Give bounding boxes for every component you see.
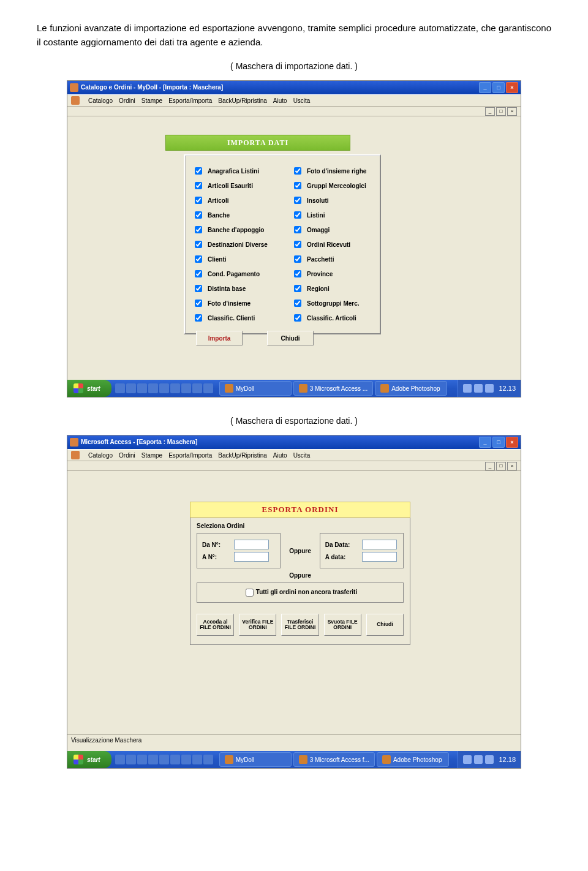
- chk-distinta[interactable]: [195, 285, 202, 292]
- task-mydoll[interactable]: MyDoll: [219, 381, 292, 396]
- ql-icon[interactable]: [115, 383, 125, 393]
- chk-insoluti[interactable]: [294, 197, 301, 204]
- chk-articoli[interactable]: [195, 197, 202, 204]
- chk-foto[interactable]: [195, 300, 202, 307]
- menu-ordini[interactable]: Ordini: [119, 452, 135, 459]
- menu-aiuto[interactable]: Aiuto: [273, 452, 287, 459]
- ql-icon[interactable]: [137, 755, 147, 764]
- menu-stampe[interactable]: Stampe: [141, 97, 162, 104]
- ql-icon[interactable]: [203, 383, 213, 393]
- chk-tutti[interactable]: [246, 589, 254, 597]
- chk-clienti[interactable]: [195, 255, 202, 263]
- mdi-restore[interactable]: □: [496, 107, 506, 116]
- da-data-input[interactable]: [362, 540, 397, 549]
- ql-icon[interactable]: [148, 383, 158, 393]
- maximize-button[interactable]: □: [492, 82, 505, 93]
- chk-destinazioni[interactable]: [195, 241, 202, 248]
- chk-pagamento[interactable]: [195, 270, 202, 277]
- mdi-close[interactable]: ×: [507, 462, 517, 470]
- menu-esporta-importa[interactable]: Esporta/Importa: [168, 452, 212, 459]
- ql-icon[interactable]: [126, 755, 136, 764]
- tray-icon[interactable]: [474, 755, 483, 764]
- chk-province[interactable]: [294, 270, 301, 277]
- mdi-minimize[interactable]: _: [485, 107, 495, 116]
- btn-verifica[interactable]: Verifica FILE ORDINI: [239, 614, 276, 636]
- ql-icon[interactable]: [181, 383, 191, 393]
- minimize-button[interactable]: _: [479, 82, 491, 93]
- maximize-button[interactable]: □: [492, 437, 505, 448]
- start-button[interactable]: start: [67, 380, 111, 397]
- task-access[interactable]: 3 Microsoft Access ...: [293, 381, 373, 396]
- menu-catalogo[interactable]: Catalogo: [88, 452, 113, 459]
- start-button[interactable]: start: [67, 751, 111, 768]
- chk-gruppi[interactable]: [294, 182, 301, 189]
- close-button[interactable]: ×: [506, 82, 518, 93]
- chk-esauriti[interactable]: [195, 182, 202, 189]
- chk-anagrafica[interactable]: [195, 167, 202, 175]
- menu-stampe[interactable]: Stampe: [141, 452, 162, 459]
- da-n-input[interactable]: [234, 540, 269, 549]
- window-title: Catalogo e Ordini - MyDoll - [Importa : …: [81, 84, 223, 91]
- oppure-label-2: Oppure: [197, 572, 404, 579]
- close-form-button[interactable]: Chiudi: [267, 331, 314, 345]
- chk-sottogruppi[interactable]: [294, 300, 301, 307]
- lbl-pacchetti: Pacchetti: [307, 256, 334, 263]
- tray-icon[interactable]: [463, 755, 472, 764]
- ql-icon[interactable]: [192, 383, 202, 393]
- menu-backup[interactable]: BackUp/Ripristina: [218, 452, 266, 459]
- close-button[interactable]: ×: [506, 437, 518, 448]
- task-photoshop[interactable]: Adobe Photoshop: [375, 381, 447, 396]
- task-access[interactable]: 3 Microsoft Access f...: [293, 752, 375, 767]
- mdi-restore[interactable]: □: [496, 462, 506, 470]
- ql-icon[interactable]: [137, 383, 147, 393]
- ql-icon[interactable]: [159, 383, 169, 393]
- btn-accoda[interactable]: Accoda al FILE ORDINI: [197, 614, 234, 636]
- chk-listini[interactable]: [294, 211, 301, 219]
- btn-trasferisci[interactable]: Trasferisci FILE ORDINI: [281, 614, 318, 636]
- menu-catalogo[interactable]: Catalogo: [88, 97, 113, 104]
- minimize-button[interactable]: _: [479, 437, 491, 448]
- intro-text: Le funzioni avanzate di importazione ed …: [37, 21, 551, 49]
- ql-icon[interactable]: [170, 755, 180, 764]
- chk-pacchetti[interactable]: [294, 255, 301, 263]
- chk-class-clienti[interactable]: [195, 314, 202, 322]
- mdi-close[interactable]: ×: [507, 107, 517, 116]
- menu-uscita[interactable]: Uscita: [293, 452, 311, 459]
- ql-icon[interactable]: [115, 755, 125, 764]
- ql-icon[interactable]: [170, 383, 180, 393]
- task-mydoll[interactable]: MyDoll: [219, 752, 292, 767]
- chk-banche-appoggio[interactable]: [195, 226, 202, 233]
- windows-logo-icon: [74, 755, 83, 764]
- ql-icon[interactable]: [192, 755, 202, 764]
- chk-regioni[interactable]: [294, 285, 301, 292]
- a-data-input[interactable]: [362, 552, 397, 562]
- screenshot-export: Microsoft Access - [Esporta : Maschera] …: [67, 435, 521, 769]
- task-photoshop[interactable]: Adobe Photoshop: [377, 752, 449, 767]
- import-button[interactable]: Importa: [196, 331, 243, 345]
- menu-backup[interactable]: BackUp/Ripristina: [218, 97, 266, 104]
- chk-foto-righe[interactable]: [294, 167, 301, 175]
- menu-aiuto[interactable]: Aiuto: [273, 97, 287, 104]
- menu-esporta-importa[interactable]: Esporta/Importa: [168, 97, 212, 104]
- btn-svuota[interactable]: Svuota FILE ORDINI: [324, 614, 361, 636]
- lbl-banche: Banche: [208, 212, 230, 219]
- a-n-input[interactable]: [234, 552, 269, 562]
- menu-uscita[interactable]: Uscita: [293, 97, 311, 104]
- tray-icon[interactable]: [474, 384, 483, 393]
- lbl-destinazioni: Destinazioni Diverse: [208, 241, 268, 248]
- menu-ordini[interactable]: Ordini: [119, 97, 135, 104]
- tray-icon[interactable]: [485, 384, 494, 393]
- btn-chiudi[interactable]: Chiudi: [366, 614, 404, 636]
- ql-icon[interactable]: [126, 383, 136, 393]
- mdi-minimize[interactable]: _: [485, 462, 495, 470]
- tray-icon[interactable]: [463, 384, 472, 393]
- tray-icon[interactable]: [485, 755, 494, 764]
- ql-icon[interactable]: [159, 755, 169, 764]
- ql-icon[interactable]: [181, 755, 191, 764]
- ql-icon[interactable]: [203, 755, 213, 764]
- ql-icon[interactable]: [148, 755, 158, 764]
- chk-omaggi[interactable]: [294, 226, 301, 233]
- chk-banche[interactable]: [195, 211, 202, 219]
- chk-class-articoli[interactable]: [294, 314, 301, 322]
- chk-ordini-ricevuti[interactable]: [294, 241, 301, 248]
